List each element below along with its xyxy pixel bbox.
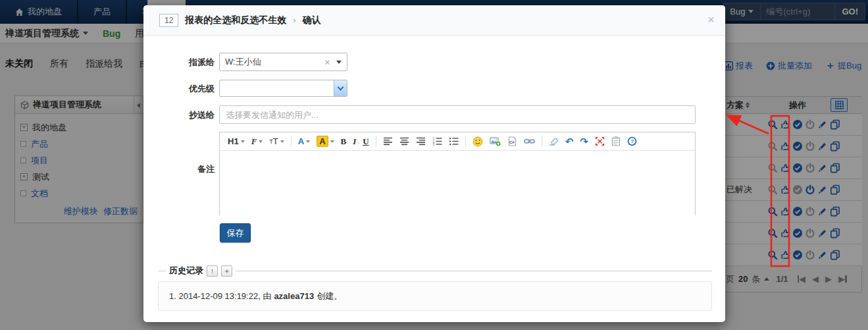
ordered-list-icon[interactable]: 123 [430,134,445,149]
dialog-header: 12 报表的全选和反选不生效 › 确认 [143,5,725,36]
assigned-to-value: W:王小仙 [225,56,324,68]
emoticon-icon[interactable] [470,134,486,149]
bug-id-badge: 12 [159,14,178,27]
add-comment-button[interactable]: ＋ [221,265,232,277]
mailto-label: 抄送给 [154,109,215,121]
save-button[interactable]: 保存 [220,223,251,242]
help-icon[interactable]: ? [625,134,640,149]
chevron-down-icon [338,84,344,91]
font-color-button[interactable]: A [295,134,313,149]
align-center-icon[interactable] [397,134,412,149]
unordered-list-icon[interactable] [446,134,461,149]
fullscreen-icon[interactable] [592,134,607,149]
history-section: 历史记录 ↑ ＋ 1. 2014-12-09 13:19:22, 由 azale… [158,265,712,311]
confirm-bug-dialog: 12 报表的全选和反选不生效 › 确认 × 指派给 W:王小仙 × 优先级 抄送… [143,5,725,322]
assigned-to-label: 指派给 [154,57,215,69]
svg-text:3: 3 [432,143,434,146]
comment-label: 备注 [154,163,215,175]
rich-text-editor: H1 F TT A A B I U 123 C# [219,132,696,215]
bold-button[interactable]: B [338,134,349,149]
priority-select[interactable] [219,80,347,97]
mailto-input[interactable] [219,105,696,124]
insert-image-icon[interactable] [487,134,503,149]
assigned-to-picker[interactable]: W:王小仙 × [219,53,347,71]
heading-button[interactable]: H1 [225,134,247,149]
font-family-button[interactable]: F [249,134,266,149]
breadcrumb-separator: › [293,15,295,25]
history-user: azalea713 [274,291,314,301]
history-entry: 1. 2014-12-09 13:19:22, 由 azalea713 创建。 [158,281,712,311]
undo-icon[interactable]: ↶ [563,134,576,149]
select-dropdown-button[interactable] [334,80,347,96]
align-right-icon[interactable] [413,134,428,149]
comment-textarea[interactable] [220,151,695,215]
remove-format-icon[interactable] [546,134,561,149]
history-title: 历史记录 [169,265,203,277]
underline-button[interactable]: U [360,134,371,149]
chevron-down-icon [336,61,342,64]
font-size-button[interactable]: TT [267,134,286,149]
source-code-icon[interactable] [609,134,623,149]
redo-icon[interactable]: ↷ [577,134,591,149]
align-left-icon[interactable] [380,134,396,149]
clear-icon[interactable]: × [324,57,330,67]
svg-text:?: ? [630,138,634,144]
insert-code-icon[interactable]: C# [505,134,520,149]
close-icon[interactable]: × [707,14,715,26]
screen: 我的地盘产品项目 Bug GO! 禅道项目管理系统 Bug 用例 未关闭所有指派… [0,0,868,330]
insert-link-icon[interactable] [521,134,538,149]
bug-title: 报表的全选和反选不生效 [185,14,286,26]
priority-label: 优先级 [154,83,215,95]
editor-toolbar: H1 F TT A A B I U 123 C# [220,132,695,151]
dialog-action-label: 确认 [303,14,321,26]
highlight-color-button[interactable]: A [314,134,336,149]
italic-button[interactable]: I [350,134,359,149]
svg-text:C#: C# [509,140,515,144]
sort-history-button[interactable]: ↑ [207,265,218,277]
